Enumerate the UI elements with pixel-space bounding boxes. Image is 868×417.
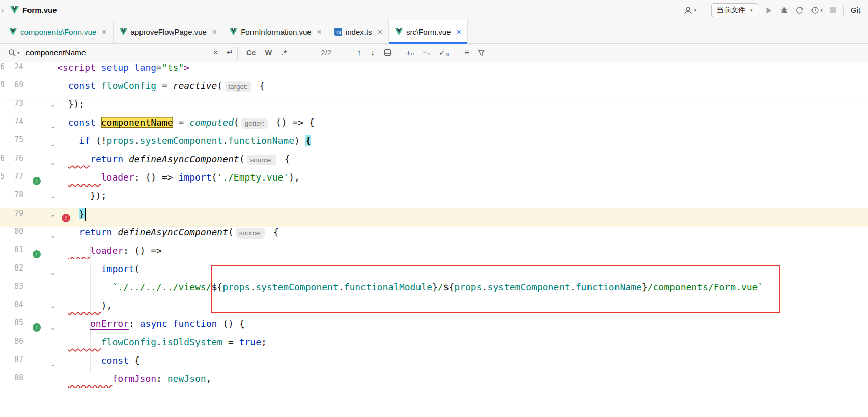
line-number[interactable]: 24 [0, 62, 23, 80]
add-occurrence-icon[interactable]: +II [406, 48, 414, 57]
fold-up-icon[interactable]: ⌃ [49, 300, 57, 318]
fold-up-icon[interactable]: ⌃ [49, 99, 57, 117]
run-with-coverage-button[interactable] [796, 6, 804, 14]
clear-search-icon[interactable]: × [213, 48, 218, 58]
profiler-button[interactable]: ▾ [811, 6, 823, 14]
code-text[interactable]: return defineAsyncComponent(source: { [57, 154, 290, 172]
line-number[interactable]: 86 [0, 337, 23, 355]
fold-down-icon[interactable]: ⌄ [49, 154, 57, 172]
line-number[interactable]: 88 [0, 373, 23, 392]
fold-up-icon[interactable]: ⌃ [49, 190, 57, 208]
tab-forminformation-vue[interactable]: FormInformation.vue× [223, 20, 328, 43]
line-number[interactable]: 77 [0, 172, 23, 190]
search-history-chevron-icon[interactable]: ▾ [17, 50, 20, 55]
code-text[interactable]: loader: () => import('./Empty.vue'), [57, 172, 300, 190]
toolbar-divider [296, 47, 296, 59]
code-line: 82⌄ import( [0, 263, 868, 282]
code-text[interactable]: const componentName = computed(getter: (… [57, 117, 315, 135]
line-number[interactable]: 80 [0, 227, 23, 245]
line-number[interactable]: 83 [0, 282, 23, 300]
search-options-icon[interactable]: ≡ [464, 48, 469, 58]
whole-words-toggle[interactable]: W [265, 49, 272, 57]
search-input[interactable]: componentName [26, 48, 213, 57]
code-text[interactable]: const flowConfig = reactive(target: { [57, 80, 265, 99]
fold-up-icon[interactable]: ⌃ [49, 208, 57, 227]
breadcrumb-chevron-icon: › [1, 6, 8, 15]
vue-file-icon [120, 28, 127, 36]
run-button[interactable] [765, 7, 773, 14]
window-titlebar: › Form.vue ▾ 当前文件 ▾ [0, 0, 868, 20]
close-tab-icon[interactable]: × [212, 27, 217, 37]
tab-components-form-vue[interactable]: components\Form.vue× [3, 20, 114, 43]
fold-down-icon[interactable]: ⌄ [49, 355, 57, 373]
code-editor[interactable]: 624<script setup lang="ts">969 const flo… [0, 62, 868, 417]
tab-label: src\Form.vue [406, 27, 451, 36]
line-number[interactable]: 84 [0, 300, 23, 318]
matched-brace-highlight: } [79, 208, 85, 219]
line-number[interactable]: 85 [0, 318, 23, 337]
code-text[interactable]: ), [57, 300, 112, 318]
chevron-down-icon: ▾ [694, 8, 696, 13]
debug-button[interactable] [780, 6, 789, 15]
user-account-button[interactable]: ▾ [683, 6, 696, 15]
next-match-icon[interactable]: ↓ [371, 48, 375, 57]
close-tab-icon[interactable]: × [378, 27, 382, 37]
fold-down-icon[interactable]: ⌄ [49, 227, 57, 245]
code-text[interactable]: <script setup lang="ts"> [57, 62, 189, 80]
line-number[interactable]: 73 [0, 99, 23, 117]
code-text[interactable]: const { [57, 355, 140, 373]
line-number[interactable]: 74 [0, 117, 23, 135]
filter-icon[interactable] [478, 49, 485, 56]
code-text[interactable]: onError: async function () { [57, 318, 245, 337]
tab-index-ts[interactable]: TSindex.ts× [328, 20, 389, 43]
fold-down-icon[interactable]: ⌄ [49, 318, 57, 337]
code-text[interactable]: `./../../../views/${props.systemComponen… [57, 282, 763, 300]
line-number[interactable]: 78 [0, 190, 23, 208]
code-text[interactable]: return defineAsyncComponent(source: { [57, 227, 279, 245]
code-text[interactable]: formJson: newJson, [57, 373, 211, 392]
vue-file-icon [395, 28, 403, 36]
line-number[interactable]: 76 [0, 154, 23, 172]
open-results-in-tool-window-icon[interactable] [384, 49, 391, 56]
previous-match-icon[interactable]: ↑ [357, 48, 361, 57]
git-menu[interactable]: Git [851, 6, 860, 14]
line-number[interactable]: 81 [0, 245, 23, 263]
close-tab-icon[interactable]: × [102, 27, 106, 37]
close-tab-icon[interactable]: × [317, 27, 322, 37]
remove-occurrence-icon[interactable]: −II [423, 48, 431, 57]
text-caret [85, 208, 86, 221]
regex-toggle[interactable]: .* [281, 49, 287, 57]
run-configuration-selector[interactable]: 当前文件 ▾ [711, 3, 759, 17]
vue-file-icon [230, 28, 237, 36]
match-case-toggle[interactable]: Cc [246, 49, 256, 57]
line-number[interactable]: 87 [0, 355, 23, 373]
line-number[interactable]: 69 [0, 80, 23, 99]
code-text[interactable]: loader: () => [57, 245, 162, 263]
line-number[interactable]: 79 [0, 208, 23, 227]
line-number[interactable]: 75 [0, 135, 23, 154]
line-number[interactable]: 82 [0, 263, 23, 282]
error-icon[interactable]: ! [62, 214, 70, 222]
insert-newline-icon[interactable]: ↵ [226, 48, 233, 57]
code-line: 86 flowConfig.isOldSystem = true; [0, 337, 868, 355]
stop-button[interactable] [830, 7, 836, 13]
tab-src-form-vue[interactable]: src\Form.vue× [389, 20, 468, 43]
fold-down-icon[interactable]: ⌄ [49, 117, 57, 135]
select-all-occurrences-icon[interactable]: ✓II [439, 48, 449, 57]
tab-approveflowpage-vue[interactable]: approveFlowPage.vue× [114, 20, 224, 43]
tab-label: components\Form.vue [20, 27, 96, 36]
fold-down-icon[interactable]: ⌄ [49, 135, 57, 154]
close-tab-icon[interactable]: × [456, 27, 461, 37]
code-text[interactable]: if (!props.systemComponent.functionName)… [57, 135, 311, 154]
search-icon[interactable] [8, 49, 16, 56]
gutter-green-arrow-icon[interactable]: ↑ [33, 177, 41, 185]
code-text[interactable]: }); [57, 190, 107, 208]
code-line: 83 `./../../../views/${props.systemCompo… [0, 282, 868, 300]
tab-label: approveFlowPage.vue [131, 27, 207, 36]
gutter-green-arrow-icon[interactable]: ↑ [33, 250, 41, 258]
code-text[interactable]: }); [57, 99, 85, 117]
code-text[interactable]: flowConfig.isOldSystem = true; [57, 337, 267, 355]
code-text[interactable]: import( [57, 263, 140, 282]
gutter-green-arrow-icon[interactable]: ↑ [33, 323, 41, 332]
fold-down-icon[interactable]: ⌄ [49, 263, 57, 282]
